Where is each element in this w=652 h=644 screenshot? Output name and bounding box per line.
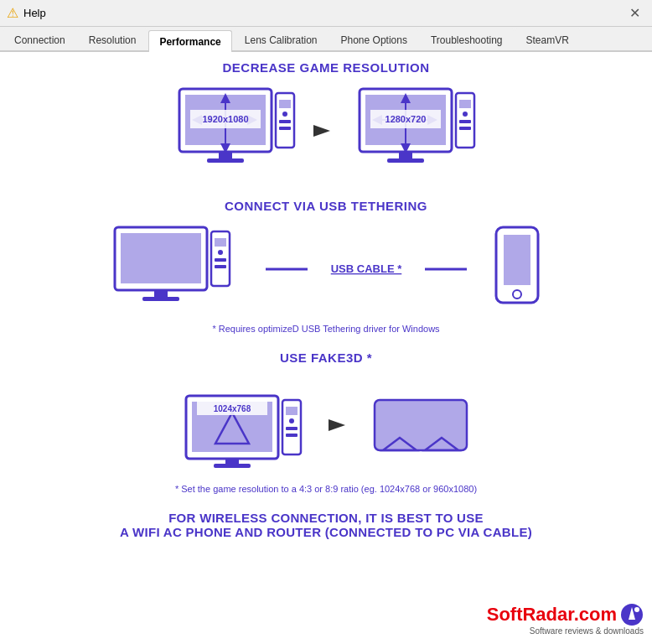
- computer-1280: 1280x720: [355, 85, 477, 177]
- svg-rect-43: [215, 265, 226, 268]
- svg-text:1920x1080: 1920x1080: [202, 114, 248, 124]
- content-area: DECREASE GAME RESOLUTION 1920x1080: [0, 52, 652, 644]
- fake3d-diagram: 1024x768: [182, 375, 471, 475]
- svg-rect-63: [375, 400, 467, 450]
- title-bar: ⚠ Help ✕: [0, 0, 652, 27]
- svg-point-59: [289, 418, 294, 423]
- svg-rect-29: [387, 158, 424, 163]
- computer-usb: [111, 223, 241, 315]
- computer-1920: 1920x1080: [175, 85, 297, 177]
- svg-text:USB CABLE *: USB CABLE *: [330, 262, 401, 275]
- svg-rect-16: [279, 127, 291, 130]
- decrease-resolution-section: DECREASE GAME RESOLUTION 1920x1080: [17, 60, 635, 182]
- svg-rect-56: [214, 464, 251, 468]
- svg-rect-34: [459, 127, 471, 130]
- svg-marker-62: [329, 419, 345, 431]
- arrow-right-2: [329, 413, 354, 438]
- tab-phone-options[interactable]: Phone Options: [330, 29, 418, 50]
- svg-point-32: [463, 112, 468, 117]
- svg-rect-33: [459, 120, 471, 123]
- decrease-resolution-diagram: 1920x1080: [175, 85, 477, 177]
- svg-rect-40: [215, 238, 226, 247]
- svg-marker-17: [313, 125, 330, 137]
- svg-point-41: [218, 250, 223, 255]
- fake3d-note: * Set the game resolution to a 4:3 or 8:…: [175, 484, 477, 494]
- watermark: SoftRadar.com Software reviews & downloa…: [487, 603, 644, 636]
- svg-text:1280x720: 1280x720: [386, 114, 427, 124]
- svg-text:1024x768: 1024x768: [213, 404, 251, 413]
- title-bar-left: ⚠ Help: [7, 5, 46, 21]
- usb-cable-diagram: USB CABLE *: [257, 244, 475, 294]
- usb-tethering-note: * Requires optimizeD USB Tethering drive…: [212, 324, 439, 334]
- svg-rect-58: [286, 407, 298, 415]
- arrow-right-1: [313, 118, 339, 143]
- svg-rect-60: [286, 427, 298, 430]
- svg-rect-61: [286, 434, 298, 437]
- wireless-line2: A WIFI AC PHONE AND ROUTER (CONNECTED TO…: [120, 525, 532, 539]
- svg-rect-15: [279, 120, 291, 123]
- tab-lens-calibration[interactable]: Lens Calibration: [234, 29, 329, 50]
- svg-rect-11: [207, 158, 244, 163]
- tab-resolution[interactable]: Resolution: [78, 29, 147, 50]
- watermark-sub: Software reviews & downloads: [487, 626, 644, 636]
- wireless-section: FOR WIRELESS CONNECTION, IT IS BEST TO U…: [17, 511, 635, 539]
- svg-point-68: [634, 607, 639, 612]
- svg-rect-48: [504, 235, 530, 285]
- svg-rect-36: [121, 233, 201, 283]
- svg-rect-38: [142, 297, 179, 301]
- svg-rect-31: [459, 100, 471, 108]
- tab-bar: Connection Resolution Performance Lens C…: [0, 27, 652, 52]
- tab-performance[interactable]: Performance: [148, 30, 231, 52]
- svg-rect-42: [215, 258, 226, 262]
- fake3d-title: USE FAKE3D *: [280, 351, 372, 365]
- tab-steamvr[interactable]: SteamVR: [515, 29, 580, 50]
- vr-output: [370, 392, 471, 459]
- watermark-text: SoftRadar.com: [487, 604, 617, 626]
- fake3d-section: USE FAKE3D * 1024x768: [17, 351, 635, 494]
- wireless-line1: FOR WIRELESS CONNECTION, IT IS BEST TO U…: [120, 511, 532, 525]
- decrease-resolution-title: DECREASE GAME RESOLUTION: [222, 60, 429, 75]
- computer-fake3d: 1024x768: [182, 375, 312, 475]
- usb-tethering-diagram: USB CABLE *: [111, 223, 542, 315]
- phone-usb: [492, 223, 542, 315]
- satellite-icon: [620, 603, 644, 626]
- tab-troubleshooting[interactable]: Troubleshooting: [420, 29, 514, 50]
- title-bar-title: Help: [23, 7, 46, 19]
- svg-point-49: [513, 290, 521, 299]
- svg-rect-13: [279, 100, 291, 108]
- tab-connection[interactable]: Connection: [3, 29, 76, 50]
- usb-tethering-title: CONNECT VIA USB TETHERING: [225, 199, 427, 213]
- usb-tethering-section: CONNECT VIA USB TETHERING USB CABL: [17, 199, 635, 334]
- warning-icon: ⚠: [7, 5, 18, 21]
- close-button[interactable]: ✕: [624, 3, 645, 23]
- svg-point-14: [282, 112, 287, 117]
- wireless-text: FOR WIRELESS CONNECTION, IT IS BEST TO U…: [120, 511, 532, 539]
